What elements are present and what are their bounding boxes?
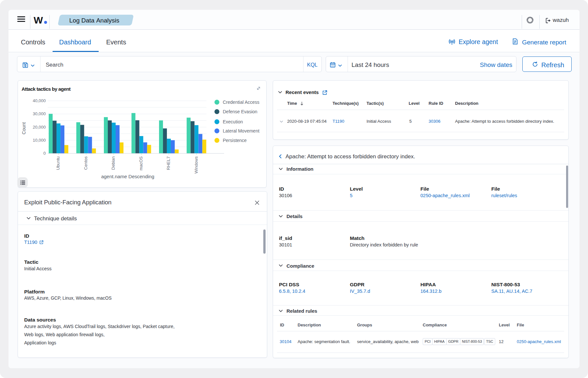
svg-text:30,000: 30,000: [33, 111, 46, 116]
svg-text:RHEL7: RHEL7: [166, 156, 171, 170]
svg-text:Lateral Movement: Lateral Movement: [223, 128, 259, 134]
svg-text:40,000: 40,000: [33, 98, 46, 103]
svg-text:Credential Access: Credential Access: [223, 100, 259, 105]
svg-text:0: 0: [43, 151, 46, 156]
svg-text:Windows: Windows: [194, 156, 199, 174]
svg-text:Centos: Centos: [83, 156, 88, 170]
svg-text:Debian: Debian: [111, 156, 116, 170]
svg-text:Execution: Execution: [223, 119, 243, 124]
svg-text:Persistence: Persistence: [223, 138, 247, 143]
svg-text:Defense Evasion: Defense Evasion: [223, 109, 257, 114]
svg-text:10,000: 10,000: [33, 138, 46, 143]
svg-text:macOS: macOS: [139, 156, 143, 171]
svg-text:Count: Count: [21, 122, 26, 134]
svg-text:agent.name Descending: agent.name Descending: [101, 174, 155, 179]
svg-text:20,000: 20,000: [33, 125, 46, 130]
svg-text:Ubuntu: Ubuntu: [56, 156, 60, 170]
